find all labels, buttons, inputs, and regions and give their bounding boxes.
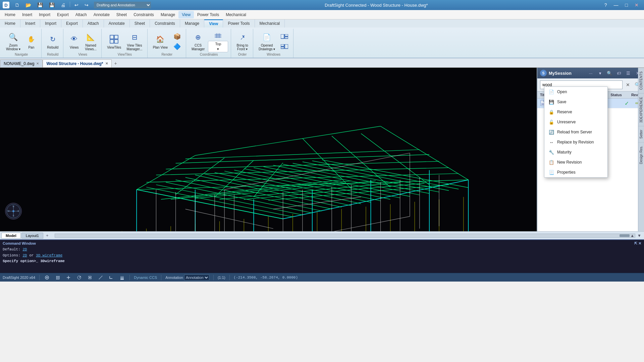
order-label: Order	[238, 53, 247, 57]
panel-dropdown-btn[interactable]: ▾	[596, 69, 604, 77]
ctx-reload[interactable]: 🔄 Reload from Server	[544, 127, 607, 137]
menu-view[interactable]: View	[178, 11, 194, 18]
menu-power-tools[interactable]: Power Tools	[194, 11, 222, 18]
views-btn[interactable]: 👁 Views	[67, 32, 82, 52]
cmd-link-3d-opt[interactable]: 3D wireframe	[36, 253, 62, 257]
plan-view-btn[interactable]: 🏠 Plan View	[151, 32, 170, 52]
add-document-tab[interactable]: +	[112, 59, 120, 67]
ctx-replace-revision[interactable]: ↔ Replace by Revision	[544, 137, 607, 147]
panel-menu-btn[interactable]: ☰	[625, 69, 632, 77]
undo-btn[interactable]: ↩	[72, 2, 81, 8]
render-3d-btn[interactable]: 📦	[171, 32, 183, 41]
ctx-reserve[interactable]: 🔒 Reserve	[544, 107, 607, 117]
render-wire-btn[interactable]: 🔷	[171, 42, 183, 51]
rebuild-btn[interactable]: ↻ Rebuild	[45, 32, 60, 52]
ctx-maturity-label: Maturity	[557, 150, 572, 155]
doc-tab-noname[interactable]: NONAME_0.dwg ✕	[0, 59, 43, 67]
saveas-btn[interactable]: 💾	[46, 2, 57, 8]
menu-attach[interactable]: Attach	[72, 11, 90, 18]
side-tab-contents[interactable]: CONTENTS	[638, 68, 644, 93]
cmd-link-2d[interactable]: 2D	[22, 247, 27, 251]
workspace-dropdown[interactable]: Drafting and Annotation	[94, 2, 151, 8]
menu-annotate[interactable]: Annotate	[90, 11, 113, 18]
search-clear-btn[interactable]: ✕	[624, 81, 632, 89]
close-btn[interactable]: ✕	[632, 2, 641, 8]
panel-expand-btn[interactable]: ···	[587, 69, 594, 77]
help-btn[interactable]: ?	[602, 2, 610, 8]
lineweight-toggle[interactable]	[119, 274, 125, 281]
redo-btn[interactable]: ↪	[82, 2, 91, 8]
compass-widget[interactable]: N E S W	[5, 203, 22, 220]
named-views-btn[interactable]: 📐 NamedViews...	[83, 31, 99, 52]
osnap-toggle[interactable]	[87, 274, 93, 281]
menu-home[interactable]: Home	[1, 11, 19, 18]
menu-import[interactable]: Import	[36, 11, 54, 18]
maximize-btn[interactable]: □	[623, 2, 631, 8]
menu-constraints[interactable]: Constraints	[130, 11, 157, 18]
side-tab-setter[interactable]: Setter	[638, 126, 644, 142]
scroll-up-btn[interactable]: ▲	[630, 233, 634, 238]
cmd-link-2d-opt[interactable]: 2D	[22, 253, 27, 257]
zoom-window-btn[interactable]: 🔍 ZoomWindow ▾	[4, 31, 22, 52]
view-top-dropdown[interactable]: Top ▾	[208, 41, 228, 52]
model-tab-layout1[interactable]: Layout1	[21, 233, 43, 239]
close-wood-tab[interactable]: ✕	[105, 62, 108, 65]
tab-constraints[interactable]: Constraints	[150, 19, 180, 27]
horizontal-scrollbar[interactable]: ▲	[55, 234, 636, 238]
panel-search-btn[interactable]: 🔍	[606, 69, 613, 77]
ctx-new-revision[interactable]: 📋 New Revision	[544, 157, 607, 167]
close-noname-tab[interactable]: ✕	[36, 62, 39, 65]
tab-annotate[interactable]: Annotate	[104, 19, 130, 27]
polar-toggle[interactable]	[76, 274, 83, 281]
side-tab-design-res[interactable]: Design Res.	[638, 142, 644, 167]
tab-insert[interactable]: Insert	[20, 19, 40, 27]
open-btn[interactable]: 📂	[23, 2, 34, 8]
ctx-unreserve[interactable]: 🔓 Unreserve	[544, 117, 607, 127]
add-layout-tab[interactable]: +	[44, 232, 51, 239]
tab-attach[interactable]: Attach	[83, 19, 104, 27]
coord-grid-btn[interactable]	[208, 31, 228, 40]
ctx-maturity[interactable]: 🔧 Maturity	[544, 147, 607, 157]
snap-toggle[interactable]	[44, 274, 50, 281]
tab-view[interactable]: View	[204, 19, 223, 27]
minimize-btn[interactable]: —	[611, 2, 621, 8]
tab-power-tools[interactable]: Power Tools	[223, 19, 255, 27]
opened-drawings-btn[interactable]: 📄 OpenedDrawings ▾	[257, 31, 277, 52]
tab-export[interactable]: Export	[61, 19, 83, 27]
tab-import[interactable]: Import	[40, 19, 61, 27]
annotation-scale-dropdown[interactable]: Annotation	[184, 275, 209, 281]
scroll-down-btn[interactable]: ▼	[637, 233, 641, 238]
model-tab-model[interactable]: Model	[1, 233, 21, 239]
tab-manage[interactable]: Manage	[180, 19, 204, 27]
menu-insert[interactable]: Insert	[19, 11, 36, 18]
tile-windows-btn[interactable]	[278, 32, 290, 41]
side-tab-3dexperience[interactable]: 3DEXPERIENCE	[638, 93, 644, 126]
drawing-area[interactable]: N E S W	[0, 68, 537, 231]
ortho-toggle[interactable]	[65, 274, 72, 281]
menu-mechanical[interactable]: Mechanical	[222, 11, 250, 18]
save-btn[interactable]: 💾	[35, 2, 46, 8]
command-window-expand[interactable]: ⇱ ✕	[634, 241, 641, 246]
ctx-maturity-icon: 🔧	[548, 149, 554, 155]
ducs-toggle[interactable]	[108, 274, 115, 281]
rebuild-nav-btn[interactable]: ✋ Pan	[24, 32, 39, 52]
tab-mechanical[interactable]: Mechanical	[255, 19, 285, 27]
tab-sheet[interactable]: Sheet	[130, 19, 150, 27]
ctx-properties[interactable]: 📃 Properties	[544, 167, 607, 177]
bring-to-front-btn[interactable]: ⭷ Bring toFront ▾	[234, 31, 250, 52]
tab-home[interactable]: Home	[0, 19, 20, 27]
menu-manage[interactable]: Manage	[157, 11, 178, 18]
menu-sheet[interactable]: Sheet	[113, 11, 130, 18]
viewtiles-btn[interactable]: ViewTiles	[105, 32, 123, 52]
grid-toggle[interactable]	[54, 274, 61, 281]
new-btn[interactable]: 🗋	[12, 2, 22, 8]
menu-export[interactable]: Export	[54, 11, 72, 18]
print-btn[interactable]: 🖨	[58, 2, 68, 8]
split-windows-btn[interactable]	[278, 42, 290, 51]
panel-tags-btn[interactable]: 🏷	[615, 69, 623, 77]
viewtiles-manager-btn[interactable]: ⊟ View TilesManager...	[124, 31, 144, 52]
doc-tab-wood[interactable]: Wood Structure - House.dwg* ✕	[43, 59, 111, 67]
ctx-save[interactable]: 💾 Save	[544, 99, 607, 107]
ccs-manager-btn[interactable]: ⊕ CCSManager	[190, 31, 207, 52]
otrack-toggle[interactable]	[97, 274, 104, 281]
